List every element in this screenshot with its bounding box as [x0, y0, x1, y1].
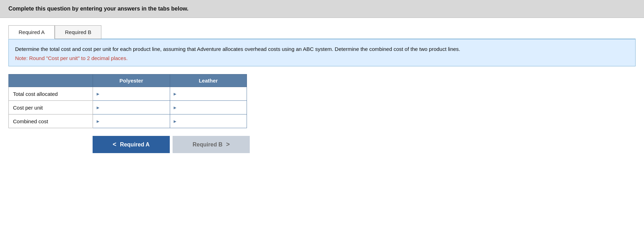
arrow-indicator: ►	[173, 105, 177, 110]
input-polyester-combined-cost[interactable]	[102, 118, 170, 124]
arrow-indicator: ►	[173, 119, 177, 124]
input-leather-total-cost[interactable]	[179, 91, 247, 97]
main-content: Required A Required B Determine the tota…	[0, 18, 644, 162]
table-row: Combined cost ► ►	[9, 114, 247, 128]
input-cell-polyester-cpu[interactable]: ►	[93, 101, 170, 114]
arrow-indicator: ►	[96, 91, 100, 97]
arrow-indicator: ►	[96, 105, 100, 110]
info-box: Determine the total cost and cost per un…	[8, 39, 636, 66]
input-leather-cost-per-unit[interactable]	[179, 105, 247, 111]
info-note-text: Note: Round "Cost per unit" to 2 decimal…	[15, 55, 629, 61]
tab-required-b[interactable]: Required B	[55, 25, 101, 39]
data-table: Polyester Leather Total cost allocated ►	[8, 74, 247, 128]
col-header-leather: Leather	[170, 74, 247, 87]
input-polyester-total-cost[interactable]	[102, 91, 170, 97]
page-wrapper: Complete this question by entering your …	[0, 0, 644, 243]
nav-button-required-b[interactable]: Required B >	[173, 136, 250, 153]
tab-required-a[interactable]: Required A	[8, 25, 55, 39]
row-label-cost-per-unit: Cost per unit	[9, 101, 93, 114]
table-row: Cost per unit ► ►	[9, 101, 247, 114]
arrow-indicator: ►	[173, 91, 177, 97]
chevron-right-icon: >	[226, 141, 230, 148]
input-cell-polyester-combined[interactable]: ►	[93, 114, 170, 128]
info-main-text: Determine the total cost and cost per un…	[15, 45, 629, 53]
tabs-row: Required A Required B	[8, 25, 636, 39]
input-cell-leather-combined[interactable]: ►	[170, 114, 247, 128]
input-cell-leather-cpu[interactable]: ►	[170, 101, 247, 114]
table-section: Polyester Leather Total cost allocated ►	[8, 74, 636, 128]
row-label-combined-cost: Combined cost	[9, 114, 93, 128]
input-polyester-cost-per-unit[interactable]	[102, 105, 170, 111]
input-cell-polyester-total[interactable]: ►	[93, 87, 170, 101]
header-bar: Complete this question by entering your …	[0, 0, 644, 18]
input-leather-combined-cost[interactable]	[179, 118, 247, 124]
input-cell-leather-total[interactable]: ►	[170, 87, 247, 101]
arrow-indicator: ►	[96, 119, 100, 124]
btn-required-a-label: Required A	[120, 142, 150, 148]
nav-buttons: < Required A Required B >	[93, 136, 636, 153]
nav-button-required-a[interactable]: < Required A	[93, 136, 170, 153]
instruction-text: Complete this question by entering your …	[8, 6, 188, 12]
empty-header	[9, 74, 93, 87]
row-label-total-cost: Total cost allocated	[9, 87, 93, 101]
chevron-left-icon: <	[113, 141, 116, 148]
btn-required-b-label: Required B	[193, 142, 222, 148]
col-header-polyester: Polyester	[93, 74, 170, 87]
table-row: Total cost allocated ► ►	[9, 87, 247, 101]
